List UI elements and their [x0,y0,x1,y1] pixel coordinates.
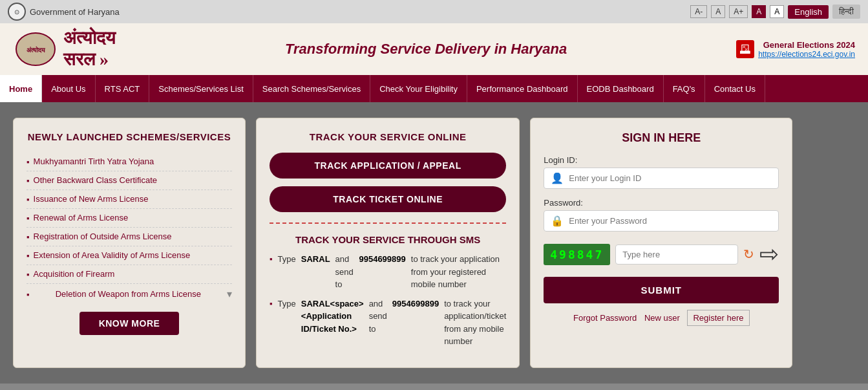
nav-performance[interactable]: Performance Dashboard [467,75,578,102]
govt-info: ⊙ Government of Haryana [8,3,120,21]
signin-title: SIGN IN HERE [544,131,779,145]
captcha-row: 498847 ↻ ⇨ [544,241,779,268]
govt-logo: ⊙ [8,3,26,21]
govt-label: Government of Haryana [30,7,120,17]
elections-icon: 🗳 [736,40,754,58]
logo-image: अंत्योदय [13,30,58,69]
captcha-image: 498847 [544,244,610,265]
nav-bar: Home About Us RTS ACT Schemes/Services L… [0,75,868,102]
svg-text:अंत्योदय: अंत्योदय [26,46,46,54]
login-field-group: Login ID: 👤 [544,155,779,189]
track-title: TRACK YOUR SERVICE ONLINE [270,131,506,142]
font-normal-btn[interactable]: A [711,5,725,18]
track-application-button[interactable]: TRACK APPLICATION / APPEAL [270,153,506,179]
theme-a1-btn[interactable]: A [752,5,766,18]
schemes-card: NEWLY LAUNCHED SCHEMES/SERVICES Mukhyama… [13,118,246,368]
elections-label: General Elections 2024 [758,40,855,50]
sms-item-2: Type SARAL<space><Application ID/Ticket … [270,298,506,348]
top-bar: ⊙ Government of Haryana A- A A+ A A Engl… [0,0,868,23]
register-link[interactable]: Register here [687,310,749,326]
header-right: 🗳 General Elections 2024 https://electio… [736,40,855,59]
password-input-wrapper: 🔒 [544,210,779,232]
captcha-refresh-button[interactable]: ↻ [743,246,754,262]
submit-button[interactable]: SUBMIT [544,277,779,303]
know-more-button[interactable]: KNOW MORE [79,312,180,335]
arrow-indicator-icon: ⇨ [759,241,779,268]
list-item[interactable]: Issuance of New Arms License [26,190,232,209]
list-item[interactable]: Other Backward Class Certificate [26,171,232,190]
list-item[interactable]: Registration of Outside Arms License [26,228,232,246]
divider [270,222,506,224]
password-input[interactable] [569,216,772,226]
login-input[interactable] [569,173,772,183]
sms-item-1: Type SARAL and send to 9954699899 to tra… [270,253,506,291]
nav-about[interactable]: About Us [42,75,95,102]
separator [639,313,642,323]
nav-faq[interactable]: FAQ's [664,75,705,102]
elections-badge: 🗳 General Elections 2024 https://electio… [736,40,855,59]
login-input-wrapper: 👤 [544,168,779,189]
nav-contact[interactable]: Contact Us [705,75,765,102]
track-card: TRACK YOUR SERVICE ONLINE TRACK APPLICAT… [256,118,520,368]
nav-eodb[interactable]: EODB Dashboard [578,75,664,102]
nav-home[interactable]: Home [0,75,42,102]
elections-link[interactable]: https://elections24.eci.gov.in [758,50,855,59]
captcha-input[interactable] [615,244,738,265]
signin-card: SIGN IN HERE Login ID: 👤 Password: 🔒 498… [530,118,792,368]
nav-eligibility[interactable]: Check Your Eligibility [370,75,467,102]
password-field-group: Password: 🔒 [544,198,779,232]
list-item[interactable]: Extension of Area Validity of Arms Licen… [26,246,232,265]
track-ticket-button[interactable]: TRACK TICKET ONLINE [270,186,506,212]
forgot-password-link[interactable]: Forgot Password [573,313,637,323]
list-item[interactable]: Renewal of Arms License [26,209,232,228]
new-user-label: New user [644,313,680,323]
separator2 [683,313,685,323]
scheme-list: Mukhyamantri Tirth Yatra Yojana Other Ba… [26,153,232,301]
sms-list: Type SARAL and send to 9954699899 to tra… [270,253,506,348]
sms-title: TRACK YOUR SERVICE THROUGH SMS [270,234,506,245]
header-tagline: Transforming Service Delivery in Haryana [116,41,736,58]
password-label: Password: [544,198,779,208]
list-item[interactable]: Mukhyamantri Tirth Yatra Yojana [26,153,232,171]
lang-english-btn[interactable]: English [788,5,829,19]
list-item[interactable]: Acquisition of Firearm [26,265,232,284]
nav-schemes-list[interactable]: Schemes/Services List [149,75,253,102]
theme-a2-btn[interactable]: A [770,5,784,18]
main-content: NEWLY LAUNCHED SCHEMES/SERVICES Mukhyama… [0,102,868,384]
user-icon: 👤 [551,172,564,184]
logo-name: अंत्योदयसरल » [63,28,116,70]
list-item[interactable]: Deletion of Weapon from Arms License ▾ [26,284,232,301]
logo-area: अंत्योदय अंत्योदयसरल » [13,28,116,70]
lock-icon: 🔒 [551,215,564,227]
nav-search-schemes[interactable]: Search Schemes/Services [253,75,370,102]
header: अंत्योदय अंत्योदयसरल » Transforming Serv… [0,23,868,75]
schemes-title: NEWLY LAUNCHED SCHEMES/SERVICES [26,131,232,142]
bottom-links: Forgot Password New user Register here [544,310,779,326]
font-larger-btn[interactable]: A+ [729,5,748,18]
font-smaller-btn[interactable]: A- [690,5,707,18]
top-bar-controls: A- A A+ A A English हिन्दी [690,5,860,19]
login-label: Login ID: [544,155,779,165]
lang-hindi-btn[interactable]: हिन्दी [832,5,860,19]
nav-rts[interactable]: RTS ACT [96,75,150,102]
